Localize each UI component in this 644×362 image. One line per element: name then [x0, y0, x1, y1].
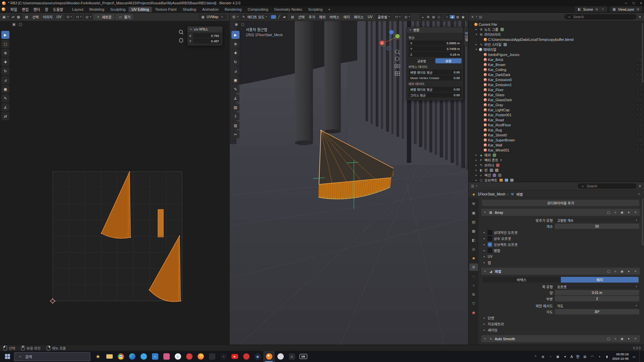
new-image-button[interactable]: + 새로운: [93, 14, 114, 20]
app-red-taskbar-button[interactable]: [240, 351, 252, 362]
close-modifier-icon[interactable]: ×: [633, 210, 638, 214]
overlays-toggle-icon[interactable]: ◍: [431, 15, 436, 19]
render-toggle-icon[interactable]: ◉: [620, 269, 625, 273]
checkbox[interactable]: ✓: [488, 242, 492, 247]
fake-user-icon[interactable]: ◦: [637, 53, 638, 56]
fake-user-icon[interactable]: ◦: [637, 78, 638, 81]
tray-clock[interactable]: 06:00:18 2024-12-06: [612, 352, 629, 361]
edge-data-field[interactable]: 베벨 웨이트 평균0.00: [409, 87, 462, 92]
checkbox[interactable]: [488, 248, 492, 253]
snap-magnet-icon[interactable]: ⊓: [75, 15, 80, 19]
fake-user-icon[interactable]: ◦: [637, 128, 638, 131]
steam-taskbar-button[interactable]: ◉: [252, 351, 263, 362]
viewport-menu-item[interactable]: 추가: [307, 14, 317, 20]
workspace-tab[interactable]: Animation: [199, 7, 222, 12]
wireframe-shading-button[interactable]: ○: [444, 15, 449, 19]
outliner-row[interactable]: ▾매테리얼: [469, 47, 644, 52]
checkbox[interactable]: [488, 236, 492, 241]
properties-tab-tool[interactable]: ⚒: [469, 200, 478, 207]
outliner-row[interactable]: Kar_Emission1◦▫: [469, 82, 644, 87]
tray-icon-4[interactable]: ●: [563, 355, 567, 359]
disclosure-triangle-icon[interactable]: ▸: [475, 28, 478, 31]
outliner-row[interactable]: Kar_Emission0◦▫: [469, 77, 644, 82]
subpanel-header[interactable]: ▸병합: [482, 248, 639, 253]
menubar-item[interactable]: 도움말: [51, 6, 65, 12]
solid-shading-button[interactable]: ●: [450, 15, 455, 19]
number-field[interactable]: 30°: [555, 309, 639, 314]
disclosure-triangle-icon[interactable]: ▾: [475, 48, 478, 51]
tray-icon-3[interactable]: ▦: [556, 355, 560, 359]
outliner-row[interactable]: Kar_Street0◦▫: [469, 132, 644, 137]
outliner-row[interactable]: ▸▹액션: [469, 173, 644, 178]
extras-menu-icon[interactable]: ▾: [626, 337, 631, 341]
scene-selector[interactable]: ◧ Scene ⧉ ×: [575, 6, 607, 12]
disclosure-triangle-icon[interactable]: ▾: [475, 33, 478, 36]
checkbox[interactable]: [488, 230, 492, 235]
fake-user-icon[interactable]: ◦: [637, 63, 638, 66]
google-taskbar-button[interactable]: G: [172, 351, 183, 362]
annotate-tool[interactable]: ✎: [231, 85, 239, 93]
viewlayer-selector[interactable]: ▦ ViewLayer ⊕: [610, 6, 642, 12]
opera-taskbar-button[interactable]: [183, 351, 195, 362]
face-select-button[interactable]: ▰: [282, 15, 287, 19]
properties-tab-world[interactable]: ◎: [469, 245, 478, 253]
fake-user-icon[interactable]: ◦: [637, 143, 638, 146]
unlink-uvmap-icon[interactable]: ×: [220, 15, 224, 19]
cursor-tool[interactable]: ⊕: [231, 40, 239, 48]
unlink-scene-icon[interactable]: ×: [600, 7, 605, 11]
rip-region-tool[interactable]: ⇄: [1, 112, 9, 120]
battery-icon[interactable]: ▮: [605, 355, 609, 359]
loop-cut-tool[interactable]: ▥: [231, 121, 239, 129]
rotate-tool[interactable]: ↻: [231, 58, 239, 66]
uv-menu-item[interactable]: UV: [55, 14, 64, 19]
select-box-tool[interactable]: ▢: [1, 40, 9, 48]
sidebar-tab-item[interactable]: 아이템: [464, 27, 468, 46]
outliner-row[interactable]: ▸✎브러시: [469, 163, 644, 168]
open-image-button[interactable]: ▱ 열기: [115, 14, 133, 20]
filter-icon[interactable]: ▼: [638, 15, 642, 19]
outliner-row[interactable]: Current File: [469, 22, 644, 27]
pivot-selector[interactable]: ⊙▾: [64, 14, 73, 20]
zoom-icon[interactable]: [178, 29, 184, 35]
space-toggle-button[interactable]: 로컬: [435, 58, 462, 63]
filter-icon[interactable]: ▼: [638, 184, 642, 188]
editor-corner-icon-1[interactable]: ▣: [234, 22, 239, 27]
uv-menu-item[interactable]: 선택: [30, 14, 41, 20]
network-icon[interactable]: ◠: [590, 355, 594, 359]
disclosure-triangle-icon[interactable]: ▸: [475, 43, 478, 46]
uv-vertex-panel-header[interactable]: ▾UV 버텍스: [187, 26, 222, 32]
workspace-tab[interactable]: Shading: [179, 7, 199, 12]
editmode-toggle-icon[interactable]: ▢: [606, 210, 611, 214]
favorites-taskbar-button[interactable]: ★: [92, 351, 104, 362]
editmode-toggle-icon[interactable]: ▢: [606, 269, 611, 273]
outliner-row[interactable]: C:\Users\masca\AppData\Local\Temp\copybu…: [469, 37, 644, 42]
segmented-option[interactable]: 버텍스: [483, 277, 561, 283]
uv-vertex-y-field[interactable]: 0.487: [193, 39, 221, 43]
editor-corner-icon-2[interactable]: ▢: [18, 22, 23, 27]
tweak-tool[interactable]: ▶: [1, 31, 9, 39]
menubar-item[interactable]: 편집: [19, 6, 31, 12]
workspace-tab[interactable]: Sculpting: [107, 7, 128, 12]
workspace-tab[interactable]: Layout: [69, 7, 86, 12]
edge-taskbar-button[interactable]: [126, 351, 138, 362]
display-mode-icon[interactable]: ▤: [478, 15, 483, 19]
workspace-tab[interactable]: Modeling: [86, 7, 107, 12]
chrome-taskbar-button[interactable]: [115, 351, 126, 362]
firefox-taskbar-button[interactable]: [195, 351, 206, 362]
measure-tool[interactable]: ∡: [231, 94, 239, 102]
properties-tab-material[interactable]: ◉: [469, 309, 478, 316]
extras-menu-icon[interactable]: ▾: [626, 269, 631, 273]
properties-tab-particles[interactable]: ∴: [469, 273, 478, 280]
dropdown-field[interactable]: 각도▾: [555, 303, 639, 308]
annotate-tool[interactable]: ✎: [1, 94, 9, 102]
editor-type-icon[interactable]: ▣: [2, 15, 6, 19]
obs-taskbar-button[interactable]: ◔: [218, 351, 229, 362]
number-field[interactable]: 0.01 m: [555, 290, 639, 295]
maximize-button[interactable]: □: [633, 1, 635, 5]
modifier-name[interactable]: 베벨: [495, 269, 501, 274]
subpanel-header[interactable]: ▸셰이딩: [482, 327, 639, 333]
subpanel-header[interactable]: ▸캡: [482, 260, 639, 265]
properties-tab-data[interactable]: ▽: [469, 300, 478, 307]
editor-type-icon[interactable]: ☲: [470, 184, 475, 188]
keyboard-icon[interactable]: ▤: [583, 355, 587, 359]
